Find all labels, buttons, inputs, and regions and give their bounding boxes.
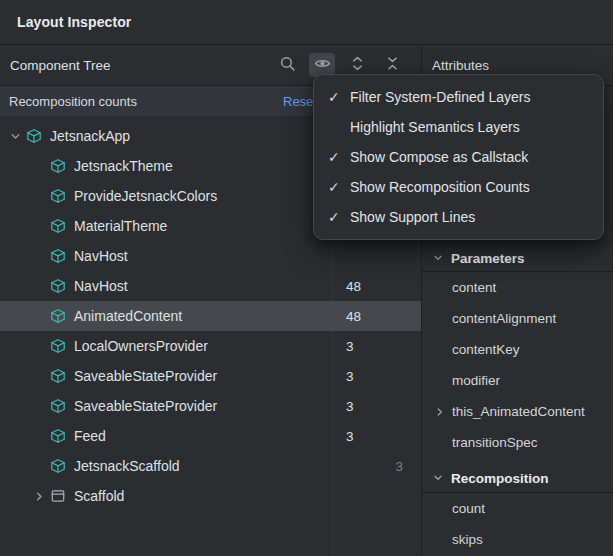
tree-row[interactable]: SaveableStateProvider 3 [0,361,421,391]
chevron-right-icon[interactable] [432,404,448,420]
chevron-down-icon [430,250,446,266]
attribute-name: this_AnimatedContent [452,404,585,419]
attribute-row[interactable]: skips [422,524,613,555]
tree-node-label: LocalOwnersProvider [74,338,208,354]
tree-row[interactable]: NavHost [0,241,421,271]
reset-counts-link[interactable]: Rese [283,86,313,116]
chevron-spacer [30,457,48,475]
compose-component-icon [48,157,67,176]
attribute-name: content [452,280,496,295]
menu-item-recomposition-counts[interactable]: ✓ Show Recomposition Counts [314,172,603,202]
tree-node-label: NavHost [74,248,128,264]
recomposition-counts-label: Recomposition counts [9,94,137,109]
compose-component-icon [48,307,67,326]
search-icon [279,55,296,75]
chevron-spacer [30,217,48,235]
tree-row[interactable]: Scaffold [0,481,421,511]
chevron-spacer [30,277,48,295]
attribute-name: transitionSpec [452,435,538,450]
attributes-title: Attributes [432,58,489,73]
checkmark-icon: ✓ [326,209,350,225]
compose-component-icon [48,397,67,416]
tree-row[interactable]: Feed 3 [0,421,421,451]
checkmark-icon: ✓ [326,179,350,195]
compose-component-icon [24,127,43,146]
attribute-row[interactable]: transitionSpec [422,427,613,458]
section-header-parameters[interactable]: Parameters [422,245,613,272]
chevron-spacer [30,337,48,355]
compose-component-icon [48,217,67,236]
chevron-spacer [30,397,48,415]
attribute-row[interactable]: count [422,493,613,524]
collapse-all-icon [384,55,401,75]
section-title: Recomposition [451,471,549,486]
recomposition-count: 3 [346,399,354,414]
chevron-spacer [30,367,48,385]
recomposition-count: 48 [346,309,361,324]
recomposition-count: 3 [346,429,354,444]
tree-node-label: MaterialTheme [74,218,167,234]
attribute-name: count [452,501,485,516]
component-tree-title: Component Tree [10,58,111,73]
tree-row[interactable]: SaveableStateProvider 3 [0,391,421,421]
attribute-row[interactable]: content [422,272,613,303]
chevron-spacer [30,247,48,265]
tree-node-label: Scaffold [74,488,124,504]
scaffold-layout-icon [48,487,67,506]
chevron-right-icon[interactable] [30,487,48,505]
attribute-name: modifier [452,373,500,388]
section-header-recomposition[interactable]: Recomposition [422,464,613,493]
chevron-spacer [30,307,48,325]
attribute-name: skips [452,532,483,547]
tree-row[interactable]: LocalOwnersProvider 3 [0,331,421,361]
menu-item-label: Show Compose as Callstack [350,149,528,165]
attribute-row[interactable]: contentKey [422,334,613,365]
attribute-name: contentKey [452,342,520,357]
tree-row[interactable]: NavHost 48 [0,271,421,301]
tree-node-label: AnimatedContent [74,308,182,324]
compose-component-icon [48,187,67,206]
compose-component-icon [48,247,67,266]
compose-component-icon [48,337,67,356]
eye-icon [314,55,331,75]
recomposition-count: 3 [346,369,354,384]
tree-node-label: JetsnackTheme [74,158,173,174]
chevron-spacer [30,157,48,175]
window-titlebar: Layout Inspector [0,0,613,45]
menu-item-highlight-semantics[interactable]: Highlight Semantics Layers [314,112,603,142]
tree-node-label: SaveableStateProvider [74,368,217,384]
recomposition-count: 3 [346,339,354,354]
attribute-name: contentAlignment [452,311,556,326]
menu-item-label: Show Support Lines [350,209,475,225]
attribute-row[interactable]: modifier [422,365,613,396]
tree-node-label: NavHost [74,278,128,294]
tree-row-selected[interactable]: AnimatedContent 48 [0,301,421,331]
section-title: Parameters [451,251,525,266]
recomposition-count: 48 [346,279,361,294]
menu-item-label: Show Recomposition Counts [350,179,530,195]
tree-row[interactable]: JetsnackScaffold 3 [0,451,421,481]
checkmark-icon: ✓ [326,149,350,165]
expand-all-icon [349,55,366,75]
chevron-down-icon[interactable] [6,127,24,145]
menu-item-label: Highlight Semantics Layers [350,119,520,135]
chevron-spacer [30,427,48,445]
view-options-menu: ✓ Filter System-Defined Layers Highlight… [313,74,604,240]
attribute-row-expandable[interactable]: this_AnimatedContent [422,396,613,427]
page-title: Layout Inspector [17,14,131,30]
menu-item-filter-system-layers[interactable]: ✓ Filter System-Defined Layers [314,82,603,112]
compose-component-icon [48,277,67,296]
compose-component-icon [48,367,67,386]
menu-item-label: Filter System-Defined Layers [350,89,531,105]
chevron-spacer [30,187,48,205]
tree-node-label: SaveableStateProvider [74,398,217,414]
compose-component-icon [48,457,67,476]
tree-node-label: JetsnackScaffold [74,458,180,474]
menu-item-compose-callstack[interactable]: ✓ Show Compose as Callstack [314,142,603,172]
menu-item-support-lines[interactable]: ✓ Show Support Lines [314,202,603,232]
search-button[interactable] [274,53,300,77]
attribute-row[interactable]: contentAlignment [422,303,613,334]
recomposition-count-muted: 3 [395,459,403,474]
tree-node-label: JetsnackApp [50,128,130,144]
chevron-down-icon [430,470,446,486]
